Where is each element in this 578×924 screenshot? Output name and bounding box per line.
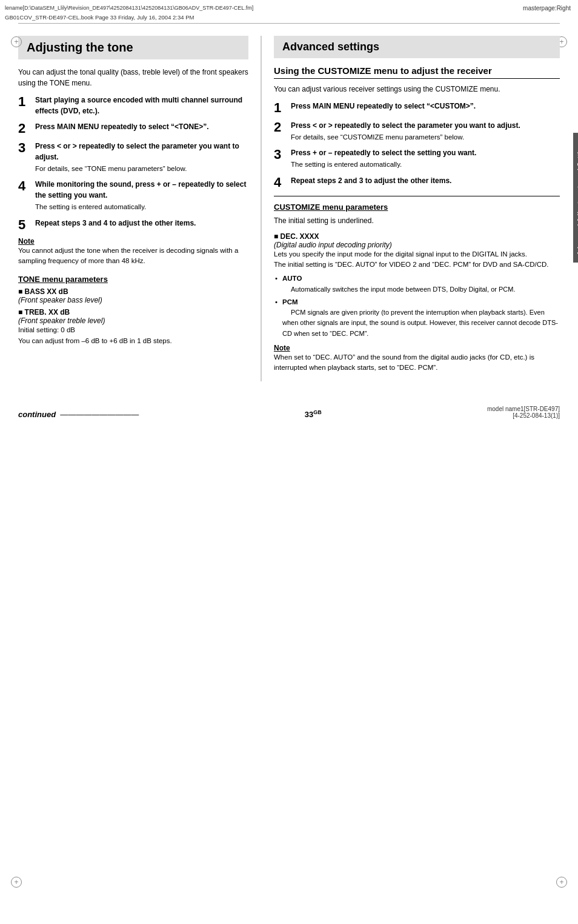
reg-mark-tl	[11, 36, 22, 47]
left-step-4: 4 While monitoring the sound, press + or…	[18, 179, 248, 212]
customize-menu-title: CUSTOMIZE menu parameters	[274, 203, 560, 212]
left-step-2: 2 Press MAIN MENU repeatedly to select “…	[18, 121, 248, 136]
dec-intro: Lets you specify the input mode for the …	[274, 249, 560, 259]
right-step-title-2: Press < or > repeatedly to select the pa…	[291, 121, 520, 130]
param-treb-title: ■ TREB. XX dB	[18, 308, 248, 316]
bottom-left: continued ――――――――――	[18, 410, 139, 419]
right-step-content-3: Press + or – repeatedly to select the se…	[291, 147, 560, 170]
bullet-list: AUTO Automatically switches the input mo…	[274, 273, 560, 339]
right-intro: You can adjust various receiver settings…	[274, 84, 560, 95]
right-sub-title: Using the CUSTOMIZE menu to adjust the r…	[274, 65, 560, 79]
left-section-title: Adjusting the tone	[27, 41, 240, 55]
step-num-4: 4	[18, 179, 35, 193]
step-content-5: Repeat steps 3 and 4 to adjust the other…	[35, 218, 248, 229]
step-content-3: Press < or > repeatedly to select the pa…	[35, 141, 248, 174]
right-section-header: Advanced settings	[274, 36, 560, 58]
model-name: model name1[STR-DE497]	[487, 406, 560, 412]
right-step-4: 4 Repeat steps 2 and 3 to adjust the oth…	[274, 175, 560, 190]
right-step-num-2: 2	[274, 120, 291, 135]
step-content-4: While monitoring the sound, press + or –…	[35, 179, 248, 212]
customize-intro: The initial setting is underlined.	[274, 215, 560, 226]
param-treb-detail2: You can adjust from –6 dB to +6 dB in 1 …	[18, 336, 248, 346]
page-number: 33GB	[305, 410, 322, 419]
step-title-5: Repeat steps 3 and 4 to adjust the other…	[35, 219, 196, 227]
continued-label: continued	[18, 410, 56, 419]
right-step-3: 3 Press + or – repeatedly to select the …	[274, 147, 560, 170]
step-title-1: Start playing a source encoded with mult…	[35, 96, 242, 115]
bullet-pcm: PCM PCM signals are given priority (to p…	[274, 297, 560, 339]
right-note-label: Note	[274, 344, 560, 352]
bullet-auto-label: AUTO	[282, 275, 302, 282]
step-content-1: Start playing a source encoded with mult…	[35, 95, 248, 116]
left-note: Note You cannot adjust the tone when the…	[18, 237, 248, 267]
bottom-right: model name1[STR-DE497] [4-252-084-13(1)]	[487, 406, 560, 419]
param-bass: ■ BASS XX dB (Front speaker bass level)	[18, 287, 248, 304]
bottom-bar: continued ―――――――――― 33GB model name1[ST…	[0, 400, 578, 425]
bullet-pcm-text: PCM signals are given priority (to preve…	[282, 309, 558, 337]
step-detail-3: For details, see “TONE menu parameters” …	[35, 164, 248, 174]
book-info: GB01COV_STR-DE497-CEL.book Page 33 Frida…	[0, 13, 578, 23]
page-sup: GB	[313, 409, 322, 415]
right-step-title-1: Press MAIN MENU repeatedly to select “<C…	[291, 102, 476, 110]
right-step-1: 1 Press MAIN MENU repeatedly to select “…	[274, 101, 560, 115]
bullet-auto: AUTO Automatically switches the input mo…	[274, 273, 560, 295]
step-title-3: Press < or > repeatedly to select the pa…	[35, 142, 239, 161]
right-step-detail-3: The setting is entered automatically.	[291, 159, 560, 170]
step-content-2: Press MAIN MENU repeatedly to select “<T…	[35, 121, 248, 132]
left-step-5: 5 Repeat steps 3 and 4 to adjust the oth…	[18, 218, 248, 232]
left-intro: You can adjust the tonal quality (bass, …	[18, 67, 248, 89]
left-note-text: You cannot adjust the tone when the rece…	[18, 246, 248, 267]
dec-detail: The initial setting is “DEC. AUTO” for V…	[274, 259, 560, 270]
left-steps: 1 Start playing a source encoded with mu…	[18, 95, 248, 232]
model-code: [4-252-084-13(1)]	[487, 412, 560, 419]
step-num-2: 2	[18, 121, 35, 136]
step-num-5: 5	[18, 218, 35, 232]
step-title-4: While monitoring the sound, press + or –…	[35, 180, 246, 199]
step-num-3: 3	[18, 141, 35, 155]
right-step-2: 2 Press < or > repeatedly to select the …	[274, 120, 560, 142]
dec-sub: (Digital audio input decoding priority)	[274, 241, 560, 249]
left-section-header: Adjusting the tone	[18, 36, 248, 59]
param-bass-title: ■ BASS XX dB	[18, 287, 248, 296]
reg-mark-br	[556, 877, 567, 888]
right-col-inner: Advanced settings Using the CUSTOMIZE me…	[274, 36, 560, 373]
book-info-left: GB01COV_STR-DE497-CEL.book Page 33 Frida…	[5, 14, 194, 21]
right-step-detail-2: For details, see “CUSTOMIZE menu paramet…	[291, 132, 560, 142]
page-container: lename[D:\DataSEM_Llily\Revision_DE497\4…	[0, 0, 578, 924]
right-steps: 1 Press MAIN MENU repeatedly to select “…	[274, 101, 560, 190]
right-step-num-1: 1	[274, 101, 291, 115]
right-section-title: Advanced settings	[282, 41, 551, 53]
continued-text: continued ――――――――――	[18, 410, 139, 419]
right-step-num-3: 3	[274, 147, 291, 162]
reg-mark-bl	[11, 877, 22, 888]
right-step-content-1: Press MAIN MENU repeatedly to select “<C…	[291, 101, 560, 112]
left-step-1: 1 Start playing a source encoded with mu…	[18, 95, 248, 116]
right-step-num-4: 4	[274, 175, 291, 190]
main-columns: Adjusting the tone You can adjust the to…	[0, 24, 578, 387]
step-num-1: 1	[18, 95, 35, 109]
step-title-2: Press MAIN MENU repeatedly to select “<T…	[35, 122, 209, 131]
left-note-label: Note	[18, 237, 248, 246]
dec-param: ■ DEC. XXXX (Digital audio input decodin…	[274, 232, 560, 270]
filepath-text: lename[D:\DataSEM_Llily\Revision_DE497\4…	[5, 5, 253, 12]
tone-menu-title: TONE menu parameters	[18, 275, 248, 284]
right-column: Advanced settings Using the CUSTOMIZE me…	[261, 36, 560, 381]
right-note: Note When set to “DEC. AUTO” and the sou…	[274, 344, 560, 373]
sidebar-tab: Advanced Adjustments and Settings	[573, 133, 578, 263]
right-step-title-3: Press + or – repeatedly to select the se…	[291, 149, 476, 157]
step-detail-4: The setting is entered automatically.	[35, 202, 248, 212]
param-treb: ■ TREB. XX dB (Front speaker treble leve…	[18, 308, 248, 346]
param-treb-sub: (Front speaker treble level)	[18, 316, 248, 325]
masterpage-text: masterpage:Right	[523, 5, 571, 12]
bullet-auto-text: Automatically switches the input mode be…	[291, 286, 516, 293]
dec-title: ■ DEC. XXXX	[274, 232, 560, 241]
customize-divider	[274, 196, 560, 196]
bottom-center: 33GB	[305, 409, 322, 419]
param-bass-sub: (Front speaker bass level)	[18, 296, 248, 304]
left-step-3: 3 Press < or > repeatedly to select the …	[18, 141, 248, 174]
param-treb-detail1: Initial setting: 0 dB	[18, 325, 248, 335]
left-column: Adjusting the tone You can adjust the to…	[18, 36, 248, 381]
right-note-text: When set to “DEC. AUTO” and the sound fr…	[274, 352, 560, 373]
right-step-title-4: Repeat steps 2 and 3 to adjust the other…	[291, 176, 451, 185]
right-step-content-2: Press < or > repeatedly to select the pa…	[291, 120, 560, 142]
